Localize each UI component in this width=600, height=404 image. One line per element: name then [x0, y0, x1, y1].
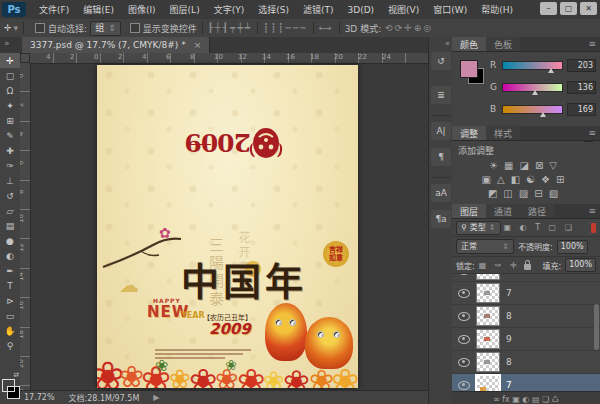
properties-panel-icon[interactable]: ≣ — [431, 86, 451, 104]
lasso-tool[interactable]: Ω — [0, 83, 20, 98]
layer-name[interactable]: 8 — [506, 357, 512, 367]
layer-name[interactable]: 8 — [506, 311, 512, 321]
pen-tool[interactable]: ✒ — [0, 263, 20, 278]
layer-row[interactable]: 7 — [452, 282, 600, 305]
eyedropper-tool[interactable]: ✎ — [0, 128, 20, 143]
zoom-tool[interactable]: ⚲ — [0, 338, 20, 353]
visibility-eye-icon[interactable] — [458, 274, 470, 275]
green-slider[interactable] — [502, 83, 563, 92]
fill-value[interactable]: 100% — [565, 258, 596, 272]
tab-close-icon[interactable]: × — [194, 40, 202, 50]
visibility-eye-icon[interactable] — [458, 289, 470, 298]
dodge-tool[interactable]: ◐ — [0, 248, 20, 263]
layer-filter-icons[interactable]: ▣ ◐ T ▢ ❏ — [504, 223, 575, 232]
marquee-tool[interactable]: ▢ — [0, 68, 20, 83]
maximize-button[interactable]: ▢ — [560, 2, 577, 15]
layers-bottom-bar[interactable]: ∞ fx ▣ ◐ ▤ ❏ ♺ — [452, 391, 600, 404]
blend-mode-dropdown[interactable]: 正常 ⇕ — [456, 239, 514, 254]
healing-brush-tool[interactable]: ✚ — [0, 143, 20, 158]
panel-menu-icon[interactable]: ≡ — [588, 206, 596, 216]
gradient-tool[interactable]: ▤ — [0, 218, 20, 233]
minimize-button[interactable]: – — [540, 2, 557, 15]
brush-tool[interactable]: ✑ — [0, 158, 20, 173]
hand-tool[interactable]: ✋ — [0, 323, 20, 338]
document-tab[interactable]: 3377.psd @ 17.7% (7, CMYK/8#) * × — [22, 37, 210, 53]
layer-thumbnail[interactable] — [476, 306, 500, 326]
menu-file[interactable]: 文件(F) — [32, 3, 76, 16]
layer-thumbnail[interactable] — [476, 274, 500, 280]
panel-menu-icon[interactable]: ≡ — [588, 39, 596, 49]
menu-filter[interactable]: 滤镜(T) — [296, 3, 341, 16]
tab-layers[interactable]: 图层 — [452, 204, 486, 218]
3d-mode-icons[interactable]: ⟲⟳✛⊕◎ — [385, 23, 433, 33]
layer-filter-dropdown[interactable]: ⚲ 类型 ⇕ — [456, 221, 501, 235]
blur-tool[interactable]: ● — [0, 233, 20, 248]
move-tool[interactable]: ✛ — [0, 53, 20, 68]
character-styles-panel-icon[interactable]: aA — [431, 184, 451, 202]
panel-menu-icon[interactable]: ≡ — [588, 128, 596, 138]
menu-layer[interactable]: 图层(L) — [163, 3, 207, 16]
menu-edit[interactable]: 编辑(E) — [76, 3, 121, 16]
paragraph-panel-icon[interactable]: ¶ — [431, 148, 451, 166]
tab-channels[interactable]: 通道 — [486, 204, 520, 218]
foreground-color-well[interactable] — [460, 60, 478, 78]
canvas[interactable]: 2009 三陽開泰 花开富贵 ✿ 吉祥如意 — [97, 65, 358, 388]
clone-stamp-tool[interactable]: ⊥ — [0, 173, 20, 188]
auto-select-dropdown[interactable]: 组 ⇕ — [90, 21, 121, 36]
layer-row[interactable]: 9 — [452, 328, 600, 351]
menu-type[interactable]: 文字(Y) — [207, 3, 252, 16]
align-icons[interactable]: ┠┼┨┯┿┷ — [208, 23, 253, 33]
foreground-color-swatch[interactable] — [2, 379, 15, 392]
tab-swatches[interactable]: 色板 — [486, 37, 520, 51]
close-button[interactable]: ✕ — [580, 2, 597, 15]
menu-image[interactable]: 图像(I) — [121, 3, 163, 16]
layer-row[interactable]: 8 — [452, 351, 600, 374]
layer-thumbnail[interactable] — [476, 329, 500, 349]
paragraph-styles-panel-icon[interactable]: ¶a — [431, 210, 451, 228]
menu-3d[interactable]: 3D(D) — [340, 5, 381, 15]
adjustment-icons-row1[interactable]: ☀▦◪⊠▽ — [452, 160, 600, 174]
menu-view[interactable]: 视图(V) — [381, 3, 426, 16]
blue-slider[interactable] — [502, 105, 563, 114]
path-select-tool[interactable]: ⊳ — [0, 293, 20, 308]
dock-expand-icon[interactable]: « — [445, 39, 450, 48]
lock-all-icon[interactable] — [524, 264, 531, 270]
filter-toggle-switch[interactable] — [591, 223, 596, 233]
toolbar-expand-icon[interactable]: » — [4, 38, 10, 48]
adjustment-icons-row3[interactable]: ◩◫▨⊟▧ — [452, 188, 600, 202]
layer-name[interactable]: 9 — [506, 334, 512, 344]
layer-thumbnail[interactable] — [476, 352, 500, 372]
red-slider[interactable] — [502, 61, 563, 70]
distribute-icons[interactable]: ┋┋┋┉┉┉ — [263, 23, 308, 33]
menu-select[interactable]: 选择(S) — [251, 3, 296, 16]
history-panel-icon[interactable]: ↺ — [431, 52, 451, 70]
opacity-value[interactable]: 100% — [557, 240, 588, 254]
distribute-spacing-icon[interactable]: ⟷ — [319, 23, 334, 33]
blue-value[interactable]: 169 — [567, 103, 596, 116]
layer-row-selected[interactable]: 7 — [452, 374, 600, 391]
red-value[interactable]: 203 — [567, 59, 596, 72]
layer-thumbnail[interactable] — [476, 375, 500, 391]
menu-help[interactable]: 帮助(H) — [474, 3, 520, 16]
adjustment-icons-row2[interactable]: ▣△◧☯❖⊞ — [452, 174, 600, 188]
green-value[interactable]: 136 — [567, 81, 596, 94]
layer-name[interactable]: 7 — [506, 380, 512, 390]
tab-adjustments[interactable]: 调整 — [452, 126, 486, 140]
layers-bottom-icons[interactable]: ∞ fx ▣ ◐ ▤ ❏ ♺ — [493, 395, 559, 404]
shape-tool[interactable]: ▭ — [0, 308, 20, 323]
zoom-level[interactable]: 17.72% — [24, 393, 55, 402]
eraser-tool[interactable]: ▱ — [0, 203, 20, 218]
layers-scrollbar[interactable] — [594, 304, 599, 350]
auto-select-checkbox[interactable] — [35, 23, 45, 33]
visibility-eye-icon[interactable] — [458, 358, 470, 367]
status-arrow-icon[interactable]: ▶ — [153, 393, 159, 402]
type-tool[interactable]: T — [0, 278, 20, 293]
tab-paths[interactable]: 路径 — [520, 204, 554, 218]
visibility-eye-icon[interactable] — [458, 381, 470, 390]
layer-thumbnail[interactable] — [476, 283, 500, 303]
layer-row[interactable]: 8 — [452, 305, 600, 328]
tool-preset-caret[interactable]: ▾ — [14, 23, 19, 33]
show-transform-checkbox[interactable] — [130, 23, 140, 33]
swap-colors-icon[interactable]: ⇄ — [13, 371, 19, 379]
crop-tool[interactable]: ⊞ — [0, 113, 20, 128]
